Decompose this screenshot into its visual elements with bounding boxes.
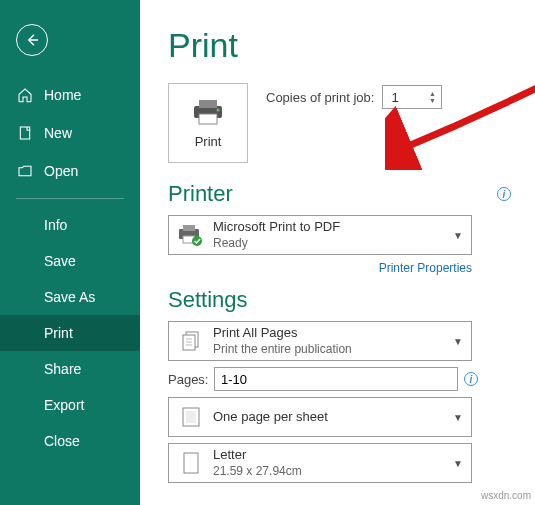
print-pane: Print Print Copies of print job: 1 (140, 0, 535, 505)
sidebar-item-open[interactable]: Open (0, 152, 140, 190)
printer-section-title: Printer i (168, 181, 511, 207)
backstage-sidebar: Home New Open Info Save Save As Print Sh… (0, 0, 140, 505)
pages-icon (177, 327, 205, 355)
sidebar-label: Print (44, 325, 73, 341)
sidebar-separator (16, 198, 124, 199)
home-icon (16, 86, 34, 104)
printer-icon (190, 98, 226, 126)
open-icon (16, 162, 34, 180)
sidebar-item-export[interactable]: Export (0, 387, 140, 423)
paper-sub: 21.59 x 27.94cm (213, 464, 453, 480)
sidebar-item-close[interactable]: Close (0, 423, 140, 459)
svg-rect-6 (183, 225, 195, 231)
svg-rect-16 (184, 453, 198, 473)
chevron-down-icon: ▼ (453, 412, 463, 423)
sidebar-item-new[interactable]: New (0, 114, 140, 152)
print-range-sub: Print the entire publication (213, 342, 453, 358)
svg-rect-0 (20, 127, 29, 139)
paper-title: Letter (213, 447, 453, 464)
print-range-title: Print All Pages (213, 325, 453, 342)
copies-spinner[interactable]: 1 ▲ ▼ (382, 85, 442, 109)
chevron-down-icon: ▼ (453, 230, 463, 241)
printer-properties-link[interactable]: Printer Properties (168, 261, 472, 275)
watermark: wsxdn.com (481, 490, 531, 501)
page-layout-icon (177, 403, 205, 431)
page-title: Print (168, 26, 511, 65)
page-layout-selector[interactable]: One page per sheet ▼ (168, 397, 472, 437)
svg-point-4 (217, 108, 220, 111)
paper-icon (177, 449, 205, 477)
page-layout-title: One page per sheet (213, 409, 453, 426)
pages-label: Pages: (168, 372, 208, 387)
printer-selector[interactable]: Microsoft Print to PDF Ready ▼ (168, 215, 472, 255)
sidebar-label: Home (44, 87, 81, 103)
print-button-label: Print (195, 134, 222, 149)
copies-label: Copies of print job: (266, 90, 374, 105)
copies-value: 1 (391, 90, 398, 105)
sidebar-item-home[interactable]: Home (0, 76, 140, 114)
back-arrow-icon (24, 32, 40, 48)
svg-rect-15 (186, 411, 196, 423)
sidebar-item-info[interactable]: Info (0, 207, 140, 243)
settings-section-title: Settings (168, 287, 511, 313)
sidebar-item-share[interactable]: Share (0, 351, 140, 387)
info-icon[interactable]: i (497, 187, 511, 201)
svg-rect-3 (199, 114, 217, 124)
sidebar-item-print[interactable]: Print (0, 315, 140, 351)
paper-size-selector[interactable]: Letter 21.59 x 27.94cm ▼ (168, 443, 472, 483)
copies-group: Copies of print job: 1 ▲ ▼ (266, 85, 442, 109)
sidebar-item-saveas[interactable]: Save As (0, 279, 140, 315)
sidebar-item-save[interactable]: Save (0, 243, 140, 279)
info-icon[interactable]: i (464, 372, 478, 386)
print-button[interactable]: Print (168, 83, 248, 163)
sidebar-label: New (44, 125, 72, 141)
printer-name: Microsoft Print to PDF (213, 219, 453, 236)
sidebar-label: Save (44, 253, 76, 269)
sidebar-label: Close (44, 433, 80, 449)
chevron-down-icon: ▼ (453, 458, 463, 469)
back-button[interactable] (16, 24, 48, 56)
print-range-selector[interactable]: Print All Pages Print the entire publica… (168, 321, 472, 361)
sidebar-label: Export (44, 397, 84, 413)
printer-status-icon (177, 221, 205, 249)
new-icon (16, 124, 34, 142)
printer-status: Ready (213, 236, 453, 252)
sidebar-label: Share (44, 361, 81, 377)
sidebar-label: Info (44, 217, 67, 233)
svg-point-8 (192, 236, 202, 246)
section-title-text: Settings (168, 287, 248, 313)
section-title-text: Printer (168, 181, 233, 207)
spinner-up-icon[interactable]: ▲ (427, 91, 437, 97)
svg-rect-2 (199, 100, 217, 108)
sidebar-label: Open (44, 163, 78, 179)
sidebar-label: Save As (44, 289, 95, 305)
chevron-down-icon: ▼ (453, 336, 463, 347)
pages-input[interactable] (214, 367, 458, 391)
spinner-down-icon[interactable]: ▼ (427, 98, 437, 104)
